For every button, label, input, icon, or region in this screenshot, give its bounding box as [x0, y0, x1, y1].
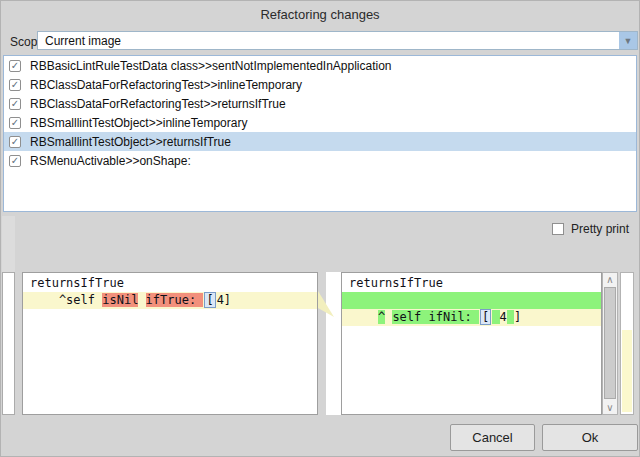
code-token: 4]: [217, 293, 231, 307]
diff-right-pane[interactable]: returnsIfTrue ^ self ifNil: [ 4 ]: [341, 272, 602, 415]
code-token: [: [204, 292, 215, 308]
scroll-up-icon[interactable]: ∧: [603, 273, 617, 286]
dialog-title: Refactoring changes: [0, 7, 640, 22]
list-item-label: RBSmalllintTestObject>>inlineTemporary: [30, 116, 247, 130]
code-token: [: [480, 309, 491, 325]
list-item[interactable]: ✓RBBasicLintRuleTestData class>>sentNotI…: [4, 56, 636, 75]
code-token: ifTrue:: [146, 293, 204, 307]
code-token: ]: [514, 310, 521, 324]
list-item-label: RBBasicLintRuleTestData class>>sentNotIm…: [30, 59, 392, 73]
changes-list[interactable]: ✓RBBasicLintRuleTestData class>>sentNotI…: [3, 55, 637, 212]
right-overview-ruler: [620, 272, 634, 415]
checkbox[interactable]: ✓: [9, 136, 21, 148]
code-token: isNil: [102, 293, 138, 307]
list-item[interactable]: ✓RBClassDataForRefactoringTest>>returnsI…: [4, 94, 636, 113]
change-marker: [622, 330, 632, 412]
list-item[interactable]: ✓RBSmalllintTestObject>>returnsIfTrue: [4, 132, 636, 151]
pretty-print-checkbox[interactable]: [552, 223, 564, 235]
ok-button[interactable]: Ok: [542, 424, 638, 451]
checkbox[interactable]: ✓: [9, 117, 21, 129]
pretty-print-option: Pretty print: [552, 222, 629, 236]
cancel-button[interactable]: Cancel: [450, 424, 535, 451]
scroll-down-icon[interactable]: ∨: [603, 401, 617, 414]
chevron-down-icon: ▼: [624, 36, 633, 46]
code-token: [507, 310, 514, 324]
list-item-label: RBClassDataForRefactoringTest>>returnsIf…: [30, 97, 286, 111]
checkbox[interactable]: ✓: [9, 60, 21, 72]
code-line: returnsIfTrue: [342, 275, 601, 292]
left-ruler-top-strip: [2, 216, 15, 272]
checkbox[interactable]: ✓: [9, 98, 21, 110]
code-line: ^ self ifNil: [ 4 ]: [342, 309, 601, 326]
code-token: returnsIfTrue: [30, 276, 124, 290]
code-token: ^self: [30, 293, 102, 307]
pretty-print-label: Pretty print: [571, 222, 629, 236]
list-item-label: RBSmalllintTestObject>>returnsIfTrue: [30, 135, 231, 149]
code-line: [342, 292, 601, 309]
code-token: [492, 310, 499, 324]
diff-left-pane[interactable]: returnsIfTrue ^self isNil ifTrue: [4]: [22, 272, 318, 415]
diff-join-area: [318, 272, 341, 415]
code-token: 4: [500, 310, 507, 324]
list-item-label: RBClassDataForRefactoringTest>>inlineTem…: [30, 78, 302, 92]
code-token: ifNil:: [429, 310, 480, 324]
code-token: [349, 310, 378, 324]
scope-dropdown-button[interactable]: ▼: [619, 32, 637, 49]
code-token: self: [392, 310, 428, 324]
scope-dropdown[interactable]: Current image ▼: [37, 31, 638, 50]
code-line: returnsIfTrue: [23, 275, 317, 292]
list-item[interactable]: ✓RBClassDataForRefactoringTest>>inlineTe…: [4, 75, 636, 94]
right-pane-vertical-scrollbar[interactable]: ∧ ∨: [602, 272, 618, 415]
code-token: returnsIfTrue: [349, 276, 443, 290]
checkbox[interactable]: ✓: [9, 155, 21, 167]
list-item-label: RSMenuActivable>>onShape:: [30, 154, 191, 168]
code-line: ^self isNil ifTrue: [4]: [23, 292, 317, 309]
checkbox[interactable]: ✓: [9, 79, 21, 91]
left-overview-ruler: [2, 272, 15, 415]
list-item[interactable]: ✓RBSmalllintTestObject>>inlineTemporary: [4, 113, 636, 132]
scope-dropdown-value: Current image: [45, 34, 121, 48]
code-token: [138, 293, 145, 307]
diff-join-wedge: [318, 272, 341, 415]
list-item[interactable]: ✓RSMenuActivable>>onShape:: [4, 151, 636, 170]
scrollbar-thumb[interactable]: [604, 287, 616, 399]
